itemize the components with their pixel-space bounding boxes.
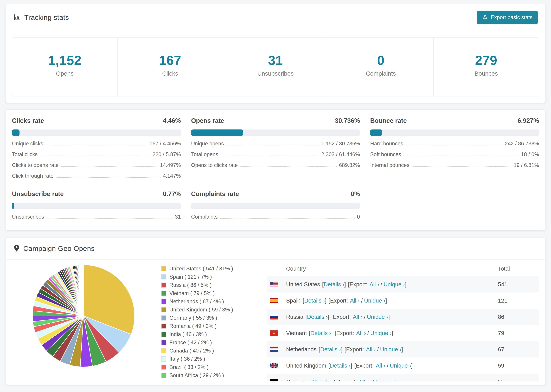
netherlands-flag-icon: [270, 347, 278, 352]
complaints-count: 0: [330, 53, 432, 68]
rate-detail-row: Total clicks220 / 5.87%: [12, 151, 181, 158]
details-link[interactable]: Details ›: [307, 314, 328, 320]
summary-stats-row: 1,152 Opens 167 Clicks 31 Unsubscribes 0…: [12, 37, 539, 97]
spain-flag-icon: [270, 298, 278, 303]
legend-item-germany[interactable]: Germany ( 55 / 3% ): [161, 315, 257, 321]
details-link[interactable]: Details ›: [304, 297, 325, 304]
legend-item-italy[interactable]: Italy ( 36 / 2% ): [161, 356, 257, 362]
rate-detail-row: Clicks to opens rate14.497%: [12, 162, 181, 168]
united-states-flag-icon: [270, 282, 278, 287]
export-unique-link[interactable]: Unique ›: [383, 281, 405, 288]
export-all-link[interactable]: All ›: [369, 281, 379, 288]
legend-swatch: [161, 307, 166, 312]
rate-detail-row: Opens to clicks rate689.82%: [191, 162, 360, 168]
stat-unsubscribes: 31 Unsubscribes: [223, 38, 328, 96]
export-all-link[interactable]: All ›: [356, 330, 366, 336]
legend-swatch: [161, 274, 166, 280]
clicks-rate-progressbar: [12, 129, 181, 136]
map-pin-icon: [13, 245, 20, 253]
geo-opens-pie-chart[interactable]: [30, 263, 137, 385]
legend-item-india[interactable]: India ( 46 / 3% ): [161, 331, 257, 337]
tracking-stats-card: Tracking stats Export basic stats 1,152 …: [6, 4, 545, 103]
export-all-link[interactable]: All ›: [359, 379, 369, 382]
details-link[interactable]: Details ›: [330, 362, 351, 369]
opens-rate-progressbar: [191, 129, 360, 136]
rate-detail-row: Unique clicks167 / 4.456%: [12, 140, 181, 147]
export-all-link[interactable]: All ›: [366, 346, 376, 353]
legend-swatch: [161, 357, 166, 362]
rate-detail-row: Soft bounces18 / 0%: [370, 151, 539, 158]
opens-rate-title: Opens rate: [191, 117, 224, 124]
export-basic-stats-button[interactable]: Export basic stats: [477, 11, 538, 24]
rate-detail-row: Total opens2,303 / 61.446%: [191, 151, 360, 158]
export-unique-link[interactable]: Unique ›: [390, 362, 411, 369]
rate-detail-row: Complaints0: [191, 214, 360, 220]
legend-swatch: [161, 299, 166, 304]
geo-table-row-germany: Germany [Details ›] [Export:All ›/Unique…: [267, 374, 539, 381]
legend-swatch: [161, 283, 166, 288]
page-title: Tracking stats: [24, 14, 69, 21]
clicks-rate-panel: Clicks rate 4.46% Unique clicks167 / 4.4…: [12, 117, 181, 179]
rate-detail-row: Internal bounces19 / 6.81%: [370, 162, 539, 168]
rate-detail-row: Unsubscribes31: [12, 214, 181, 220]
unsubscribes-count: 31: [225, 53, 326, 68]
details-link[interactable]: Details ›: [313, 379, 334, 382]
campaign-geo-opens-card: Campaign Geo Opens United States ( 541 /…: [6, 237, 545, 385]
legend-item-united-kingdom[interactable]: United Kingdom ( 59 / 3% ): [161, 307, 257, 313]
rate-detail-row: Unique opens1,152 / 30.736%: [191, 140, 360, 147]
russia-flag-icon: [270, 314, 278, 320]
export-unique-link[interactable]: Unique ›: [367, 314, 388, 320]
export-all-link[interactable]: All ›: [376, 362, 386, 369]
legend-item-vietnam[interactable]: Vietnam ( 79 / 5% ): [161, 290, 257, 296]
geo-table-row-united-kingdom: United Kingdom [Details ›] [Export:All ›…: [267, 357, 539, 374]
legend-item-france[interactable]: France ( 42 / 2% ): [161, 339, 257, 346]
legend-item-canada[interactable]: Canada ( 40 / 2% ): [161, 348, 257, 354]
geo-table-row-russia: Russia [Details ›] [Export:All ›/Unique …: [267, 309, 539, 325]
rate-detail-row: Hard bounces242 / 86.738%: [370, 140, 539, 147]
bar-chart-icon: [13, 14, 21, 21]
legend-swatch: [161, 340, 166, 345]
export-icon: [482, 14, 488, 21]
geo-table-row-spain: Spain [Details ›] [Export:All ›/Unique ›…: [267, 293, 539, 309]
geo-table-row-netherlands: Netherlands [Details ›] [Export:All ›/Un…: [267, 341, 539, 357]
legend-item-united-states[interactable]: United States ( 541 / 31% ): [161, 266, 257, 272]
export-unique-link[interactable]: Unique ›: [373, 379, 394, 382]
legend-item-romania[interactable]: Romania ( 49 / 3% ): [161, 323, 257, 329]
geo-table-header: Country Total: [267, 261, 539, 276]
details-link[interactable]: Details ›: [320, 346, 341, 353]
legend-item-south-africa[interactable]: South Africa ( 29 / 2% ): [161, 372, 257, 378]
geo-opens-table: Country Total United States [Details ›] …: [267, 261, 539, 381]
legend-swatch: [161, 348, 166, 353]
complaints-rate-panel: Complaints rate 0% Complaints0: [191, 190, 360, 220]
bounce-rate-panel: Bounce rate 6.927% Hard bounces242 / 86.…: [370, 117, 539, 179]
geo-card-header: Campaign Geo Opens: [6, 238, 545, 260]
geo-card-title: Campaign Geo Opens: [23, 245, 95, 253]
legend-item-spain[interactable]: Spain ( 121 / 7% ): [161, 274, 257, 280]
stat-opens: 1,152 Opens: [12, 38, 117, 96]
export-unique-link[interactable]: Unique ›: [370, 330, 392, 336]
opens-rate-panel: Opens rate 30.736% Unique opens1,152 / 3…: [191, 117, 360, 179]
legend-swatch: [161, 291, 166, 296]
bounce-rate-title: Bounce rate: [370, 117, 407, 124]
bounce-rate-progressbar: [370, 129, 539, 136]
details-link[interactable]: Details ›: [311, 330, 331, 336]
united-kingdom-flag-icon: [270, 363, 278, 368]
details-link[interactable]: Details ›: [324, 281, 344, 288]
rate-detail-row: Click through rate4.147%: [12, 173, 181, 179]
tracking-stats-page: Tracking stats Export basic stats 1,152 …: [0, 4, 551, 392]
legend-item-russia[interactable]: Russia ( 86 / 5% ): [161, 282, 257, 288]
legend-item-brazil[interactable]: Brazil ( 33 / 2% ): [161, 364, 257, 370]
legend-swatch: [161, 324, 166, 329]
export-all-link[interactable]: All ›: [353, 314, 363, 320]
legend-item-netherlands[interactable]: Netherlands ( 67 / 4% ): [161, 298, 257, 305]
legend-swatch: [161, 315, 166, 321]
export-unique-link[interactable]: Unique ›: [380, 346, 402, 353]
export-all-link[interactable]: All ›: [350, 297, 360, 304]
stat-clicks: 167 Clicks: [117, 38, 223, 96]
unsubscribe-rate-panel: Unsubscribe rate 0.77% Unsubscribes31: [12, 190, 181, 220]
germany-flag-icon: [270, 379, 278, 381]
bounces-count: 279: [435, 53, 537, 68]
rates-card: Clicks rate 4.46% Unique clicks167 / 4.4…: [6, 109, 545, 230]
export-unique-link[interactable]: Unique ›: [364, 297, 386, 304]
complaints-rate-progressbar: [191, 203, 360, 209]
